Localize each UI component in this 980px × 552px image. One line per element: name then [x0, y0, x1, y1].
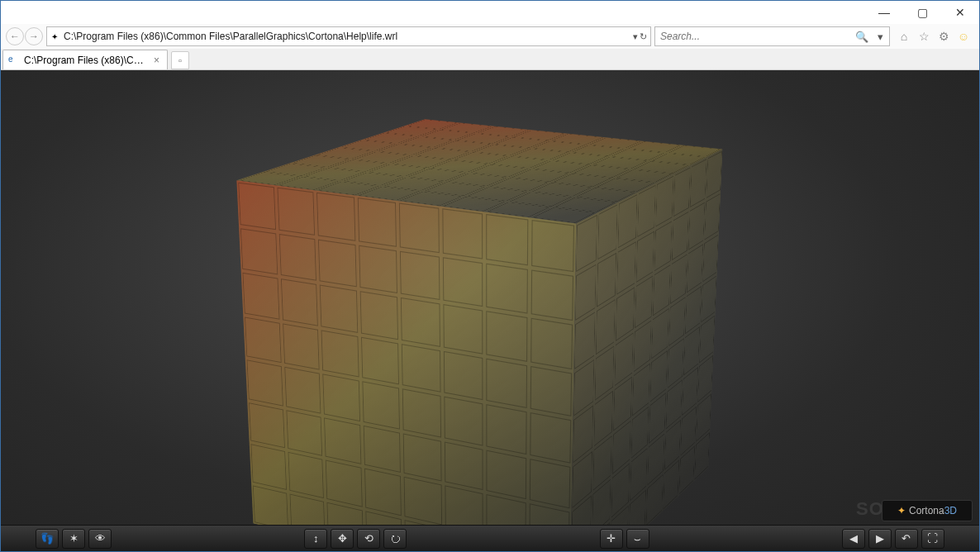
- logo-text: Cortona: [909, 505, 944, 516]
- move-group: ↕ ✥ ⟲ ⭮: [304, 529, 407, 549]
- search-dropdown-icon[interactable]: ▾: [871, 31, 889, 43]
- pan-button[interactable]: ✥: [331, 529, 354, 549]
- forward-button[interactable]: →: [25, 27, 43, 45]
- cortona3d-logo[interactable]: ✦ Cortona3D: [882, 500, 973, 521]
- next-view-button[interactable]: ▶: [868, 529, 892, 549]
- target-group: ✛ ⌣: [600, 529, 649, 549]
- nav-mode-group: 👣 ✶ 👁: [36, 529, 112, 549]
- fly-button[interactable]: ✶: [62, 529, 85, 549]
- address-bar[interactable]: ✦ C:\Program Files (x86)\Common Files\Pa…: [46, 26, 651, 46]
- tools-icon[interactable]: ⚙: [936, 30, 951, 43]
- plan-button[interactable]: ↕: [304, 529, 327, 549]
- address-dropdown-icon[interactable]: ▾: [633, 31, 638, 42]
- straighten-button[interactable]: ⌣: [626, 529, 649, 549]
- fit-view-button[interactable]: ⛶: [921, 529, 944, 549]
- search-input[interactable]: [655, 31, 853, 42]
- logo-spark-icon: ✦: [897, 505, 906, 516]
- examine-button[interactable]: 👁: [88, 529, 112, 549]
- tab-strip: e C:\Program Files (x86)\Co... × ▫: [1, 49, 979, 70]
- home-icon[interactable]: ⌂: [897, 30, 911, 43]
- tab-title: C:\Program Files (x86)\Co...: [24, 55, 147, 66]
- favorites-icon[interactable]: ☆: [916, 30, 931, 43]
- walk-button[interactable]: 👣: [36, 529, 59, 549]
- cortona-toolbar: 👣 ✶ 👁 ↕ ✥ ⟲ ⭮ ✛ ⌣ ◀ ▶ ↶ ⛶: [1, 525, 979, 551]
- new-tab-button[interactable]: ▫: [171, 51, 189, 69]
- titlebar: — ▢ ✕: [1, 1, 979, 24]
- roll-button[interactable]: ⭮: [383, 529, 407, 549]
- cube-front-face: [236, 180, 576, 551]
- tab-active[interactable]: e C:\Program Files (x86)\Co... ×: [2, 50, 168, 69]
- refresh-button[interactable]: ↻: [640, 31, 647, 42]
- cortona-3d-viewport[interactable]: SOFTPEDIA ✦ Cortona3D 👣 ✶ 👁 ↕ ✥ ⟲ ⭮ ✛ ⌣: [1, 70, 979, 551]
- maximize-button[interactable]: ▢: [903, 1, 941, 24]
- close-button[interactable]: ✕: [941, 1, 979, 24]
- cube-scene: [316, 161, 664, 508]
- search-icon[interactable]: 🔍: [853, 31, 871, 43]
- vrml-file-icon: ✦: [47, 32, 62, 41]
- back-button[interactable]: ←: [6, 27, 24, 45]
- goto-button[interactable]: ✛: [600, 529, 623, 549]
- logo-suffix: 3D: [944, 505, 957, 516]
- minimize-button[interactable]: —: [865, 1, 903, 24]
- address-text: C:\Program Files (x86)\Common Files\Para…: [62, 31, 630, 42]
- prev-view-button[interactable]: ◀: [842, 529, 865, 549]
- search-box[interactable]: 🔍 ▾: [654, 26, 890, 46]
- smiley-icon[interactable]: ☺: [956, 30, 971, 43]
- browser-window: — ▢ ✕ ← → ✦ C:\Program Files (x86)\Commo…: [0, 0, 980, 552]
- viewpoint-group: ◀ ▶ ↶ ⛶: [842, 529, 944, 549]
- navigation-bar: ← → ✦ C:\Program Files (x86)\Common File…: [1, 24, 979, 49]
- restore-view-button[interactable]: ↶: [895, 529, 918, 549]
- turn-button[interactable]: ⟲: [357, 529, 380, 549]
- tab-close-button[interactable]: ×: [151, 55, 162, 66]
- ie-page-icon: e: [8, 55, 20, 66]
